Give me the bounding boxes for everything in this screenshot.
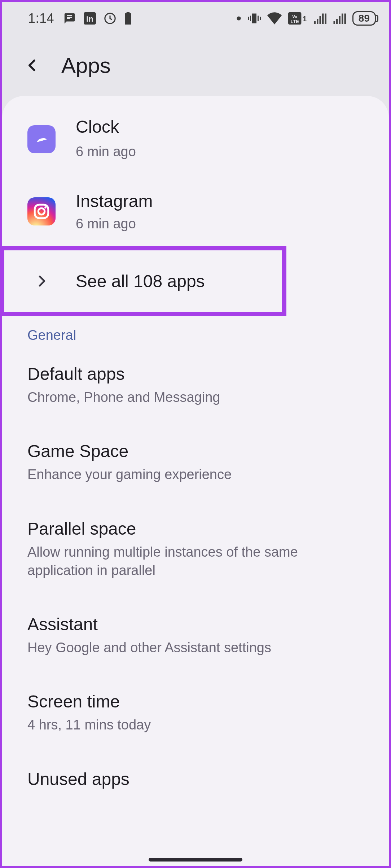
status-wifi-icon <box>267 12 282 25</box>
status-signal-1-icon <box>313 13 326 24</box>
recent-app-instagram[interactable]: Instagram 6 min ago <box>2 175 389 247</box>
back-button[interactable] <box>22 54 43 76</box>
setting-name: Screen time <box>27 692 364 711</box>
content-card: Clock 6 min ago Instagram 6 min ago See … <box>2 96 389 866</box>
svg-text:1: 1 <box>303 14 307 23</box>
svg-point-9 <box>38 208 45 215</box>
navigation-indicator[interactable] <box>149 858 242 862</box>
setting-sub: Allow running multiple instances of the … <box>27 543 345 580</box>
notification-linkedin-icon: in <box>84 12 96 25</box>
recent-app-name: Instagram <box>76 191 153 211</box>
recent-app-clock[interactable]: Clock 6 min ago <box>2 103 389 175</box>
clock-app-icon <box>27 125 56 153</box>
setting-sub: Chrome, Phone and Messaging <box>27 388 345 407</box>
setting-name: Unused apps <box>27 769 364 789</box>
setting-name: Assistant <box>27 614 364 634</box>
svg-point-3 <box>237 16 241 20</box>
setting-name: Default apps <box>27 364 364 384</box>
svg-text:Vo: Vo <box>292 14 297 19</box>
chevron-right-icon <box>35 274 48 288</box>
header: Apps <box>2 35 389 96</box>
status-dot-icon <box>236 16 241 21</box>
recent-app-name: Clock <box>76 117 136 137</box>
status-signal-2-icon <box>333 13 346 24</box>
svg-rect-8 <box>35 205 48 218</box>
setting-screen-time[interactable]: Screen time 4 hrs, 11 mins today <box>2 674 389 751</box>
instagram-app-icon <box>27 197 56 225</box>
status-battery: 89 <box>352 11 376 26</box>
svg-text:LTE: LTE <box>290 19 299 24</box>
recent-app-sub: 6 min ago <box>76 144 136 159</box>
setting-unused-apps[interactable]: Unused apps <box>2 752 389 806</box>
svg-text:in: in <box>86 14 93 23</box>
status-time: 1:14 <box>28 11 54 26</box>
setting-sub: Enhance your gaming experience <box>27 465 345 484</box>
setting-default-apps[interactable]: Default apps Chrome, Phone and Messaging <box>2 347 389 424</box>
recent-app-sub: 6 min ago <box>76 216 153 232</box>
section-title-general: General <box>2 317 389 347</box>
notification-battery-saver-icon <box>124 12 132 25</box>
chevron-left-icon <box>25 58 40 73</box>
status-vibrate-icon <box>248 12 261 25</box>
svg-point-10 <box>44 206 47 209</box>
setting-game-space[interactable]: Game Space Enhance your gaming experienc… <box>2 424 389 501</box>
page-title: Apps <box>61 53 111 78</box>
notification-clock-icon <box>104 12 116 25</box>
setting-sub: Hey Google and other Assistant settings <box>27 639 345 657</box>
status-volte-icon: VoLTE1 <box>288 12 307 25</box>
setting-parallel-space[interactable]: Parallel space Allow running multiple in… <box>2 501 389 597</box>
setting-assistant[interactable]: Assistant Hey Google and other Assistant… <box>2 597 389 674</box>
setting-name: Parallel space <box>27 519 364 539</box>
status-bar: 1:14 in VoLTE1 <box>2 2 389 35</box>
see-all-label: See all 108 apps <box>76 271 205 291</box>
notification-message-icon <box>63 12 76 25</box>
setting-name: Game Space <box>27 441 364 461</box>
setting-sub: 4 hrs, 11 mins today <box>27 716 345 734</box>
see-all-apps-row[interactable]: See all 108 apps <box>2 250 389 312</box>
